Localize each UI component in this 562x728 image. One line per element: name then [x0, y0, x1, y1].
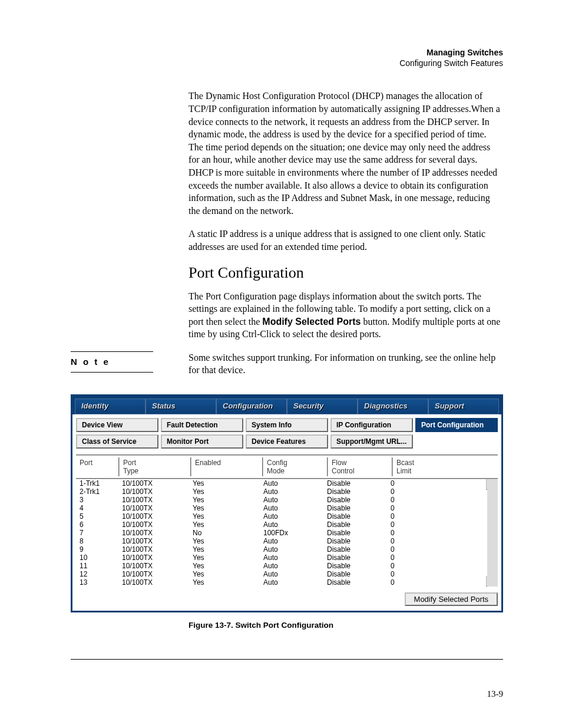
table-cell: 0: [387, 545, 435, 554]
table-cell: Disable: [323, 570, 387, 578]
table-row[interactable]: 410/100TXYesAutoDisable0: [76, 504, 487, 512]
table-cell: Disable: [323, 545, 387, 554]
tab-status[interactable]: Status: [146, 398, 216, 414]
table-cell: 0: [387, 504, 435, 512]
table-cell: Yes: [189, 487, 260, 496]
table-cell: Auto: [260, 479, 323, 487]
scrollbar-up-icon[interactable]: ▲: [486, 479, 498, 490]
table-cell: Auto: [260, 504, 323, 512]
port-table-header: Port Port Type Enabled Config Mode Flow …: [76, 454, 498, 479]
table-cell: Disable: [323, 554, 387, 562]
note-body: Some switches support trunking. For info…: [189, 351, 503, 377]
table-cell: 12: [76, 570, 118, 578]
table-cell: Yes: [189, 562, 260, 570]
table-row[interactable]: 1110/100TXYesAutoDisable0: [76, 562, 487, 570]
table-cell: Disable: [323, 578, 387, 587]
table-cell: Yes: [189, 554, 260, 562]
table-cell: 0: [387, 537, 435, 545]
table-row[interactable]: 910/100TXYesAutoDisable0: [76, 545, 487, 554]
subtab-port-configuration[interactable]: Port Configuration: [415, 418, 498, 432]
note-rule-bottom: [71, 372, 153, 373]
tab-diagnostics[interactable]: Diagnostics: [358, 398, 428, 414]
table-cell: 0: [387, 529, 435, 537]
note-label: N o t e: [71, 357, 110, 367]
table-row[interactable]: 1310/100TXYesAutoDisable0: [76, 578, 487, 587]
table-cell: 10/100TX: [118, 562, 189, 570]
table-cell: 11: [76, 562, 118, 570]
table-cell: 10/100TX: [118, 570, 189, 578]
subtab-class-of-service[interactable]: Class of Service: [76, 434, 158, 449]
table-row[interactable]: 310/100TXYesAutoDisable0: [76, 496, 487, 504]
tab-identity[interactable]: Identity: [75, 398, 146, 414]
table-row[interactable]: 610/100TXYesAutoDisable0: [76, 521, 487, 529]
note-rule-top: [71, 351, 153, 352]
figure-switch-ui: Identity Status Configuration Security D…: [71, 394, 503, 612]
subtab-device-features[interactable]: Device Features: [246, 434, 328, 449]
table-row[interactable]: 1-Trk110/100TXYesAutoDisable0: [76, 479, 487, 487]
table-cell: 10/100TX: [118, 479, 189, 487]
subtab-system-info[interactable]: System Info: [246, 418, 328, 432]
table-cell: Yes: [189, 504, 260, 512]
table-cell: 0: [387, 487, 435, 496]
table-cell: 0: [387, 512, 435, 521]
table-cell: Auto: [260, 537, 323, 545]
table-cell: No: [189, 529, 260, 537]
tab-support[interactable]: Support: [428, 398, 499, 414]
port-table-body[interactable]: ▲ ▼ 1-Trk110/100TXYesAutoDisable02-Trk11…: [76, 479, 498, 587]
subtab-device-view[interactable]: Device View: [76, 418, 158, 432]
tab-configuration[interactable]: Configuration: [216, 398, 287, 414]
table-cell: Disable: [323, 496, 387, 504]
table-row[interactable]: 810/100TXYesAutoDisable0: [76, 537, 487, 545]
table-cell: 0: [387, 554, 435, 562]
table-cell: 10/100TX: [118, 545, 189, 554]
table-cell: 3: [76, 496, 118, 504]
table-cell: Auto: [260, 521, 323, 529]
table-cell: Disable: [323, 479, 387, 487]
table-cell: 10/100TX: [118, 504, 189, 512]
table-row[interactable]: 510/100TXYesAutoDisable0: [76, 512, 487, 521]
table-cell: Disable: [323, 487, 387, 496]
col-header-flow-control: Flow Control: [328, 457, 393, 476]
col-header-bcast-limit: Bcast Limit: [393, 457, 441, 476]
col-header-port-type: Port Type: [120, 457, 191, 476]
para3-bold: Modify Selected Ports: [262, 317, 361, 327]
footer-rule: [71, 659, 503, 660]
table-cell: Disable: [323, 521, 387, 529]
subtab-support-mgmt-url[interactable]: Support/Mgmt URL...: [330, 434, 413, 449]
table-cell: 10/100TX: [118, 537, 189, 545]
table-cell: Auto: [260, 545, 323, 554]
table-row[interactable]: 1210/100TXYesAutoDisable0: [76, 570, 487, 578]
table-cell: 0: [387, 479, 435, 487]
subtab-ip-configuration[interactable]: IP Configuration: [330, 418, 413, 432]
col-header-port: Port: [76, 457, 120, 476]
table-cell: Yes: [189, 578, 260, 587]
header-subtitle: Configuring Switch Features: [71, 58, 503, 68]
table-cell: 10/100TX: [118, 578, 189, 587]
table-cell: Yes: [189, 512, 260, 521]
table-cell: 10/100TX: [118, 521, 189, 529]
table-cell: 5: [76, 512, 118, 521]
table-cell: Yes: [189, 521, 260, 529]
paragraph-dhcp: The Dynamic Host Configuration Protocol …: [189, 90, 503, 217]
tab-security[interactable]: Security: [287, 398, 358, 414]
table-row[interactable]: 1010/100TXYesAutoDisable0: [76, 554, 487, 562]
table-cell: Yes: [189, 479, 260, 487]
scrollbar-down-icon[interactable]: ▼: [486, 576, 498, 587]
table-cell: 6: [76, 521, 118, 529]
table-row[interactable]: 2-Trk110/100TXYesAutoDisable0: [76, 487, 487, 496]
table-cell: 0: [387, 578, 435, 587]
table-cell: Disable: [323, 512, 387, 521]
modify-selected-ports-button[interactable]: Modify Selected Ports: [405, 592, 498, 606]
table-cell: Yes: [189, 496, 260, 504]
table-cell: Auto: [260, 570, 323, 578]
table-row[interactable]: 710/100TXNo100FDxDisable0: [76, 529, 487, 537]
main-tabbar: Identity Status Configuration Security D…: [72, 396, 501, 414]
table-cell: Disable: [323, 562, 387, 570]
subtab-fault-detection[interactable]: Fault Detection: [161, 418, 243, 432]
table-cell: Disable: [323, 529, 387, 537]
table-cell: 10/100TX: [118, 554, 189, 562]
subtab-monitor-port[interactable]: Monitor Port: [161, 434, 243, 449]
col-header-config-mode: Config Mode: [263, 457, 328, 476]
table-cell: Yes: [189, 537, 260, 545]
table-cell: 2-Trk1: [76, 487, 118, 496]
